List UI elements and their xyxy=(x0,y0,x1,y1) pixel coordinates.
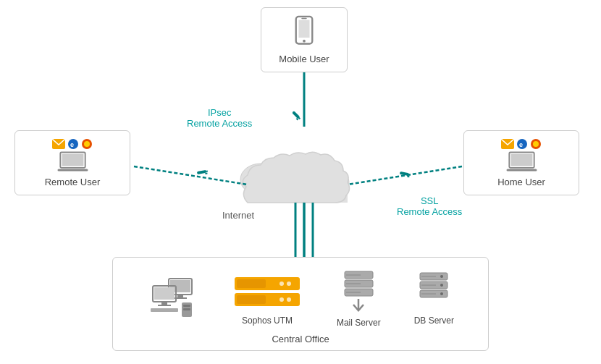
home-user-icons: e xyxy=(501,138,542,150)
svg-rect-9 xyxy=(197,170,206,174)
svg-rect-7 xyxy=(298,117,300,119)
svg-point-1 xyxy=(265,159,297,185)
svg-rect-34 xyxy=(506,169,537,171)
mail-server-icon xyxy=(339,270,379,313)
firefox-icon2 xyxy=(530,138,542,150)
home-user-label: Home User xyxy=(497,177,545,187)
mobile-user-node: Mobile User xyxy=(261,7,348,72)
ssl-label: SSL Remote Access xyxy=(397,195,462,217)
svg-rect-25 xyxy=(62,154,83,166)
svg-rect-13 xyxy=(408,174,411,176)
svg-point-2 xyxy=(282,156,319,185)
laptop-icon2 xyxy=(502,151,542,172)
internet-label: Internet xyxy=(222,210,254,221)
remote-user-label: Remote User xyxy=(45,177,101,187)
diagram-container: Mobile User e Remote Use xyxy=(0,0,601,364)
home-line xyxy=(348,166,462,185)
svg-point-69 xyxy=(440,284,443,287)
laptop-icon xyxy=(53,151,93,172)
ie-icon: e xyxy=(67,138,79,150)
db-server-label: DB Server xyxy=(414,316,454,326)
key-icon-mobile xyxy=(291,111,301,121)
svg-rect-12 xyxy=(400,172,409,176)
svg-rect-43 xyxy=(151,308,178,312)
svg-point-31 xyxy=(533,141,539,147)
sophos-utm-label: Sophos UTM xyxy=(242,316,293,326)
svg-text:e: e xyxy=(519,141,523,148)
svg-rect-8 xyxy=(296,118,299,121)
svg-point-3 xyxy=(304,162,336,188)
workstations-node xyxy=(147,275,198,322)
svg-rect-41 xyxy=(161,302,167,305)
svg-point-17 xyxy=(303,40,306,43)
sophos-utm-node: Sophos UTM xyxy=(231,271,303,326)
svg-rect-46 xyxy=(183,308,190,310)
svg-point-68 xyxy=(440,275,443,278)
svg-point-70 xyxy=(440,292,443,295)
svg-rect-11 xyxy=(205,173,207,174)
remote-user-node: e Remote User xyxy=(14,130,130,195)
svg-rect-18 xyxy=(301,18,307,19)
svg-rect-6 xyxy=(292,111,300,119)
ipsec-label: IPsec Remote Access xyxy=(187,107,252,129)
svg-rect-40 xyxy=(154,287,175,300)
email-icon2 xyxy=(501,139,514,149)
db-server-node: DB Server xyxy=(414,271,454,326)
svg-point-51 xyxy=(287,282,291,286)
mobile-icon xyxy=(290,15,319,49)
svg-rect-10 xyxy=(205,170,208,172)
firefox-icon xyxy=(81,138,93,150)
db-server-icon xyxy=(416,271,452,311)
key-icon-home xyxy=(399,172,411,178)
central-office-icons: Sophos UTM Mail Server xyxy=(116,261,485,337)
svg-rect-26 xyxy=(57,169,88,171)
svg-rect-42 xyxy=(158,305,171,306)
svg-rect-49 xyxy=(237,279,266,288)
svg-point-23 xyxy=(84,141,90,147)
svg-point-54 xyxy=(280,297,284,302)
svg-point-53 xyxy=(280,282,284,286)
svg-rect-37 xyxy=(177,295,183,297)
remote-user-icons: e xyxy=(52,138,93,150)
svg-rect-33 xyxy=(510,154,532,166)
utm-icon xyxy=(231,271,303,311)
svg-rect-45 xyxy=(183,305,190,307)
svg-rect-14 xyxy=(407,176,409,177)
svg-rect-5 xyxy=(248,179,348,203)
cloud-shape xyxy=(240,152,350,203)
svg-rect-50 xyxy=(237,295,266,304)
ie-icon2: e xyxy=(516,138,528,150)
svg-point-4 xyxy=(320,171,349,194)
svg-rect-16 xyxy=(298,20,309,38)
svg-text:e: e xyxy=(70,141,74,148)
remote-line xyxy=(134,166,248,185)
svg-point-0 xyxy=(240,164,281,195)
mail-server-node: Mail Server xyxy=(337,270,381,328)
workstations-icon xyxy=(147,275,198,322)
key-icon-remote xyxy=(197,169,209,176)
email-icon xyxy=(52,139,65,149)
home-user-node: e Home User xyxy=(463,130,579,195)
mobile-user-label: Mobile User xyxy=(279,54,329,64)
mail-server-label: Mail Server xyxy=(337,318,381,328)
svg-point-52 xyxy=(287,297,291,302)
